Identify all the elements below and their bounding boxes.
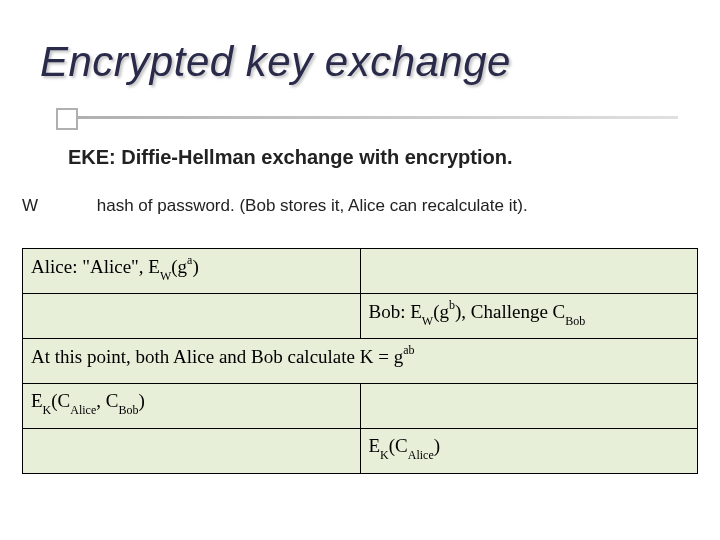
slide-subtitle: EKE: Diffie-Hellman exchange with encryp… [68, 146, 513, 169]
protocol-row-5: EK(CAlice) [23, 429, 698, 474]
text: ) [434, 435, 440, 456]
slide-title: Encrypted key exchange [40, 38, 511, 85]
subscript: Alice [408, 448, 434, 462]
bob-cell-5: EK(CAlice) [360, 429, 698, 474]
subscript: K [380, 448, 389, 462]
text: ), Challenge C [455, 301, 565, 322]
text: ) [138, 390, 144, 411]
alice-cell-2 [23, 294, 361, 339]
superscript: a [187, 253, 192, 267]
subscript: Bob [565, 314, 585, 328]
protocol-row-2: Bob: EW(gb), Challenge CBob [23, 294, 698, 339]
text: ) [192, 256, 198, 277]
text: Alice: "Alice", E [31, 256, 160, 277]
decorative-rule [78, 116, 678, 119]
alice-cell-1: Alice: "Alice", EW(ga) [23, 249, 361, 294]
subscript: K [43, 403, 52, 417]
protocol-table: Alice: "Alice", EW(ga) Bob: EW(gb), Chal… [22, 248, 698, 474]
text: Bob: E [369, 301, 422, 322]
protocol-row-4: EK(CAlice, CBob) [23, 384, 698, 429]
text: (g [433, 301, 449, 322]
text: (C [389, 435, 408, 456]
subscript: Alice [70, 403, 96, 417]
bob-cell-2: Bob: EW(gb), Challenge CBob [360, 294, 698, 339]
subscript: W [422, 314, 433, 328]
definition-label: W [22, 196, 92, 216]
shared-cell-3: At this point, both Alice and Bob calcul… [23, 339, 698, 384]
text: At this point, both Alice and Bob calcul… [31, 346, 403, 367]
text: E [31, 390, 43, 411]
decorative-square [56, 108, 78, 130]
text: , C [96, 390, 118, 411]
title-underline [38, 108, 678, 130]
protocol-row-1: Alice: "Alice", EW(ga) [23, 249, 698, 294]
alice-cell-5 [23, 429, 361, 474]
superscript: b [449, 298, 455, 312]
definition-row: W hash of password. (Bob stores it, Alic… [22, 196, 690, 216]
text: E [369, 435, 381, 456]
text: (g [171, 256, 187, 277]
subscript: W [160, 269, 171, 283]
bob-cell-4 [360, 384, 698, 429]
slide-title-block: Encrypted key exchange [40, 38, 511, 86]
superscript: ab [403, 343, 414, 357]
subscript: Bob [118, 403, 138, 417]
text: (C [51, 390, 70, 411]
protocol-row-3: At this point, both Alice and Bob calcul… [23, 339, 698, 384]
definition-text: hash of password. (Bob stores it, Alice … [97, 196, 528, 215]
bob-cell-1 [360, 249, 698, 294]
alice-cell-4: EK(CAlice, CBob) [23, 384, 361, 429]
